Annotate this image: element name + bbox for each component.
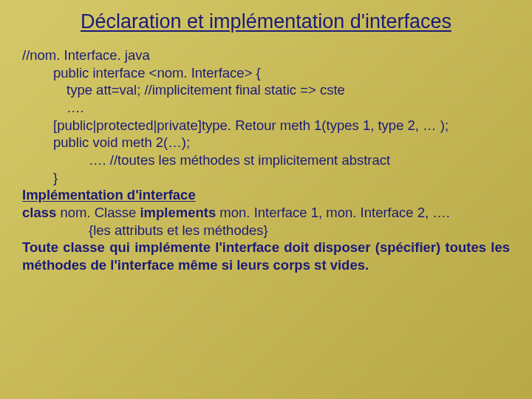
code-line: {les attributs et les méthodes} [22,222,510,239]
keyword-implements: implements [140,205,216,220]
code-line: } [22,169,510,187]
slide-body: //nom. Interface. java public interface … [22,47,510,274]
keyword-class: class [22,205,56,220]
code-line: public void meth 2(…); [22,134,510,151]
code-line: [public|protected|private]type. Retour m… [22,117,510,134]
class-decl-line: class nom. Classe implements mon. Interf… [22,204,510,222]
code-line: //nom. Interface. java [22,47,510,64]
code-line: …. //toutes les méthodes st implicitemen… [22,151,510,169]
code-line: …. [22,99,510,117]
slide-title: Déclaration et implémentation d'interfac… [22,10,510,33]
note-text: Toute classe qui implémente l'interface … [22,239,510,273]
interface-list: mon. Interface 1, mon. Interface 2, …. [216,205,450,220]
code-line: public interface <nom. Interface> { [22,64,510,82]
code-line: type att=val; //implicitement final stat… [22,81,510,99]
class-name: nom. Classe [56,205,140,220]
section-heading: Implémentation d'interface [22,186,510,204]
slide: Déclaration et implémentation d'interfac… [0,0,532,289]
